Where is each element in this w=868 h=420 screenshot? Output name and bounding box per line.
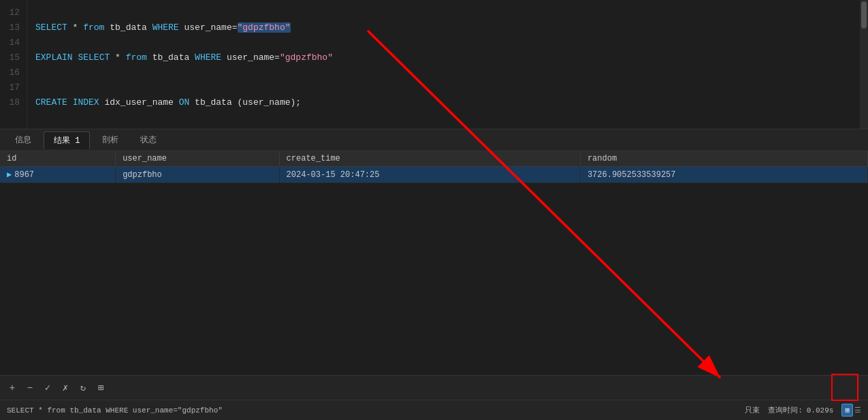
editor-scrollbar[interactable]: [860, 0, 868, 129]
status-bar: SELECT * from tb_data WHERE user_name="g…: [0, 400, 868, 420]
cell-random: 3726.9052533539257: [580, 167, 867, 183]
code-line-16: [35, 65, 860, 80]
apply-button[interactable]: ✓: [41, 381, 54, 395]
scrollbar-thumb[interactable]: [861, 1, 867, 29]
remove-row-button[interactable]: −: [23, 381, 37, 395]
list-view-icon[interactable]: ☰: [854, 406, 861, 415]
code-line-17: [35, 80, 860, 95]
export-button[interactable]: ⊞: [94, 381, 108, 395]
code-line-15: EXPLAIN SELECT * from tb_data WHERE user…: [35, 50, 860, 65]
code-editor[interactable]: 12 13 14 15 16 17 18 SELECT * from tb_da…: [0, 0, 868, 129]
line-numbers: 12 13 14 15 16 17 18: [0, 0, 27, 129]
table-row[interactable]: ▶8967 gdpzfbho 2024-03-15 20:47:25 3726.…: [0, 167, 868, 183]
col-header-random: random: [580, 151, 867, 167]
status-sql-text: SELECT * from tb_data WHERE user_name="g…: [7, 406, 745, 415]
cell-username: gdpzfbho: [116, 167, 279, 183]
bottom-toolbar: + − ✓ ✗ ↻ ⊞: [0, 375, 868, 400]
status-right: 只束 查询时间: 0.029s ⊞ ☰: [745, 404, 861, 417]
main-container: 12 13 14 15 16 17 18 SELECT * from tb_da…: [0, 0, 868, 420]
code-line-18: CREATE INDEX idx_user_name ON tb_data (u…: [35, 95, 860, 110]
readonly-label: 只束: [745, 405, 760, 415]
tab-info[interactable]: 信息: [5, 131, 41, 148]
refresh-button[interactable]: ↻: [76, 381, 90, 395]
tab-status[interactable]: 状态: [131, 131, 166, 148]
cell-id: ▶8967: [0, 167, 116, 183]
code-line-14: [35, 35, 860, 50]
grid-view-icon[interactable]: ⊞: [841, 404, 853, 417]
query-time-value: 0.029s: [807, 406, 834, 415]
results-section: id user_name create_time random ▶8967 gd…: [0, 151, 868, 375]
results-table: id user_name create_time random ▶8967 gd…: [0, 151, 868, 183]
col-header-username: user_name: [116, 151, 279, 167]
query-time-label: 查询时间:: [768, 405, 803, 415]
cancel-button[interactable]: ✗: [59, 381, 72, 395]
table-header-row: id user_name create_time random: [0, 151, 868, 167]
tab-profiling[interactable]: 剖析: [93, 131, 128, 148]
cell-createtime: 2024-03-15 20:47:25: [279, 167, 580, 183]
code-line-13: SELECT * from tb_data WHERE user_name="g…: [35, 20, 860, 35]
code-line-12: [35, 5, 860, 20]
code-content[interactable]: SELECT * from tb_data WHERE user_name="g…: [27, 0, 868, 129]
col-header-createtime: create_time: [279, 151, 580, 167]
col-header-id: id: [0, 151, 116, 167]
add-row-button[interactable]: +: [5, 381, 19, 395]
tab-results[interactable]: 结果 1: [44, 131, 90, 149]
tabs-bar: 信息 结果 1 剖析 状态: [0, 129, 868, 151]
